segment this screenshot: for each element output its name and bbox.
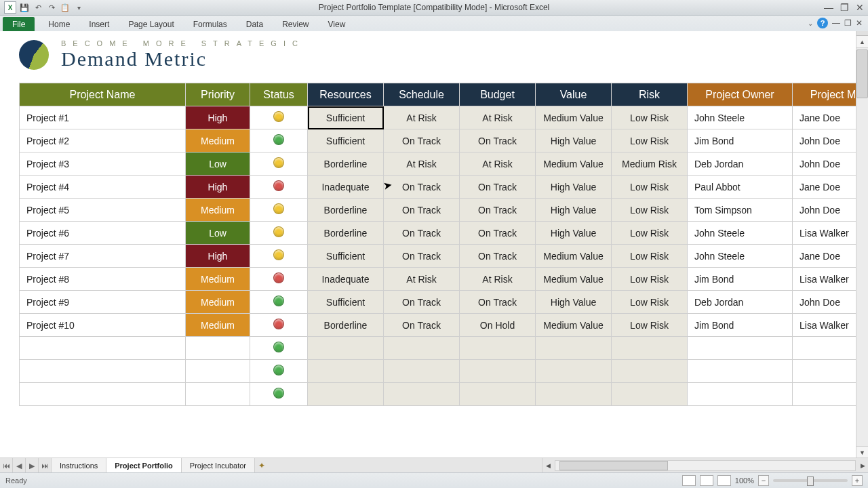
cell-empty[interactable] xyxy=(536,337,612,360)
col-value[interactable]: Value xyxy=(536,83,612,106)
cell-resources[interactable]: Borderline xyxy=(308,152,384,176)
scroll-down-button[interactable]: ▼ xyxy=(856,446,868,458)
cell-budget[interactable]: On Track xyxy=(460,222,536,245)
cell-status[interactable] xyxy=(250,245,308,268)
cell-project-name[interactable]: Project #9 xyxy=(20,291,186,314)
cell-owner[interactable]: Deb Jordan xyxy=(688,291,793,314)
tab-nav-first[interactable]: ⏮ xyxy=(0,458,13,473)
cell-priority[interactable]: Medium xyxy=(186,199,250,222)
cell-status[interactable] xyxy=(250,152,308,176)
col-priority[interactable]: Priority xyxy=(186,83,250,106)
cell-status[interactable] xyxy=(250,360,308,383)
cell-resources[interactable]: Borderline xyxy=(308,199,384,222)
cell-risk[interactable]: Low Risk xyxy=(612,129,688,152)
cell-empty[interactable] xyxy=(308,360,384,383)
cell-resources[interactable]: Sufficient xyxy=(308,245,384,268)
cell-status[interactable] xyxy=(250,383,308,406)
cell-status[interactable] xyxy=(250,106,308,129)
cell-budget[interactable]: At Risk xyxy=(460,106,536,129)
cell-budget[interactable]: At Risk xyxy=(460,152,536,176)
hscroll-thumb[interactable] xyxy=(559,461,668,470)
cell-value[interactable]: Medium Value xyxy=(536,245,612,268)
cell-project-name[interactable]: Project #5 xyxy=(20,199,186,222)
col-project[interactable]: Project Name xyxy=(20,83,186,106)
cell-project-name[interactable]: Project #4 xyxy=(20,176,186,199)
restore-button[interactable]: ❐ xyxy=(840,2,849,13)
cell-owner[interactable]: Jim Bond xyxy=(688,268,793,291)
cell-empty[interactable] xyxy=(460,383,536,406)
cell-empty[interactable] xyxy=(384,337,460,360)
close-button[interactable]: ✕ xyxy=(856,2,864,13)
scroll-up-button[interactable]: ▲ xyxy=(856,36,868,48)
ribbon-tab-data[interactable]: Data xyxy=(237,17,273,32)
cell-owner[interactable]: Jim Bond xyxy=(688,129,793,152)
cell-schedule[interactable]: On Track xyxy=(384,176,460,199)
cell-value[interactable]: Medium Value xyxy=(536,152,612,176)
cell-priority[interactable]: Low xyxy=(186,222,250,245)
cell-empty[interactable] xyxy=(384,360,460,383)
cell-budget[interactable]: On Track xyxy=(460,176,536,199)
cell-priority[interactable]: High xyxy=(186,106,250,129)
worksheet-viewport[interactable]: Become More Strategic Demand Metric Proj… xyxy=(0,31,868,458)
cell-project-name[interactable]: Project #7 xyxy=(20,245,186,268)
cell-priority[interactable]: High xyxy=(186,245,250,268)
cell-resources[interactable]: Borderline xyxy=(308,222,384,245)
cell-empty[interactable] xyxy=(536,360,612,383)
cell-priority[interactable]: Medium xyxy=(186,268,250,291)
cell-priority[interactable]: Medium xyxy=(186,291,250,314)
cell-project-name[interactable]: Project #10 xyxy=(20,314,186,337)
col-owner[interactable]: Project Owner xyxy=(688,83,793,106)
cell-owner[interactable]: John Steele xyxy=(688,222,793,245)
ribbon-tab-formulas[interactable]: Formulas xyxy=(184,17,237,32)
cell-empty[interactable] xyxy=(688,337,793,360)
cell-project-name[interactable]: Project #3 xyxy=(20,152,186,176)
cell-empty[interactable] xyxy=(20,383,186,406)
cell-budget[interactable]: On Track xyxy=(460,129,536,152)
cell-empty[interactable] xyxy=(688,383,793,406)
col-risk[interactable]: Risk xyxy=(612,83,688,106)
cell-empty[interactable] xyxy=(384,383,460,406)
sheet-tab-instructions[interactable]: Instructions xyxy=(52,458,106,473)
cell-resources[interactable]: Inadequate xyxy=(308,176,384,199)
cell-risk[interactable]: Low Risk xyxy=(612,268,688,291)
hscroll-left-button[interactable]: ◀ xyxy=(542,460,553,471)
cell-dropdown-icon[interactable]: ▾ xyxy=(383,110,384,126)
cell-schedule[interactable]: At Risk xyxy=(384,106,460,129)
ribbon-tab-page-layout[interactable]: Page Layout xyxy=(119,17,183,32)
help-icon[interactable]: ? xyxy=(817,18,828,28)
cell-budget[interactable]: On Track xyxy=(460,291,536,314)
cell-status[interactable] xyxy=(250,314,308,337)
cell-status[interactable] xyxy=(250,337,308,360)
tab-nav-next[interactable]: ▶ xyxy=(26,458,39,473)
col-resources[interactable]: Resources xyxy=(308,83,384,106)
cell-value[interactable]: Medium Value xyxy=(536,268,612,291)
zoom-knob[interactable] xyxy=(807,476,814,486)
cell-owner[interactable]: Tom Simpson xyxy=(688,199,793,222)
cell-schedule[interactable]: On Track xyxy=(384,222,460,245)
cell-schedule[interactable]: On Track xyxy=(384,129,460,152)
cell-value[interactable]: High Value xyxy=(536,176,612,199)
cell-value[interactable]: Medium Value xyxy=(536,314,612,337)
cell-risk[interactable]: Medium Risk xyxy=(612,152,688,176)
cell-priority[interactable]: Medium xyxy=(186,314,250,337)
col-schedule[interactable]: Schedule xyxy=(384,83,460,106)
cell-empty[interactable] xyxy=(612,360,688,383)
hscroll-right-button[interactable]: ▶ xyxy=(857,460,868,471)
cell-priority[interactable]: Medium xyxy=(186,129,250,152)
cell-empty[interactable] xyxy=(460,360,536,383)
cell-empty[interactable] xyxy=(308,337,384,360)
col-status[interactable]: Status xyxy=(250,83,308,106)
file-tab[interactable]: File xyxy=(3,17,35,32)
cell-status[interactable] xyxy=(250,268,308,291)
cell-priority[interactable]: Low xyxy=(186,152,250,176)
cell-risk[interactable]: Low Risk xyxy=(612,314,688,337)
ribbon-close-button[interactable]: ✕ xyxy=(856,18,863,28)
cell-status[interactable] xyxy=(250,222,308,245)
new-sheet-button[interactable]: ✦ xyxy=(255,461,269,470)
cell-empty[interactable] xyxy=(460,337,536,360)
cell-empty[interactable] xyxy=(186,383,250,406)
col-budget[interactable]: Budget xyxy=(460,83,536,106)
cell-value[interactable]: High Value xyxy=(536,199,612,222)
cell-value[interactable]: Medium Value xyxy=(536,106,612,129)
vertical-scrollbar[interactable]: ▲ ▼ xyxy=(856,31,868,458)
